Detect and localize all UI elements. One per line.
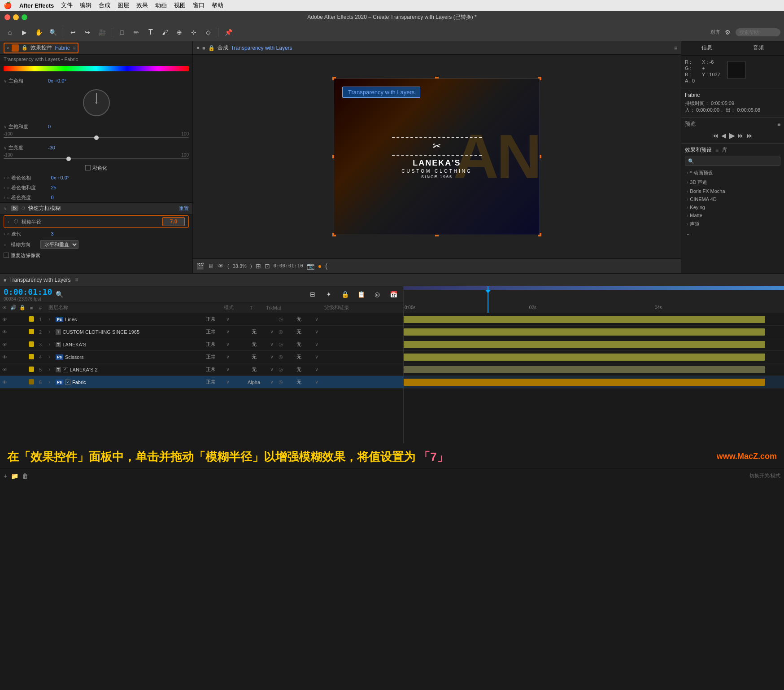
layer-3-parent[interactable]: 无 bbox=[285, 341, 312, 348]
layer-3-mode[interactable]: 正常 bbox=[197, 341, 224, 348]
layer-6-vis[interactable]: 👁 bbox=[0, 380, 9, 385]
layer-5-mode-arrow[interactable]: ∨ bbox=[224, 367, 231, 372]
bright-expand[interactable]: ∨ bbox=[4, 145, 7, 150]
layer-1-mode-arrow[interactable]: ∨ bbox=[224, 316, 231, 322]
layer-3-vis[interactable]: 👁 bbox=[0, 342, 9, 347]
layer-5-vis[interactable]: 👁 bbox=[0, 367, 9, 372]
layer-4-expand[interactable]: › bbox=[45, 354, 54, 359]
timeline-tool-4[interactable]: 📋 bbox=[355, 288, 367, 301]
layer-1-vis[interactable]: 👁 bbox=[0, 317, 9, 322]
layer-1-parent-arrow[interactable]: ∨ bbox=[312, 316, 321, 322]
bright-slider-thumb[interactable] bbox=[66, 157, 71, 161]
menu-compose[interactable]: 合成 bbox=[99, 1, 110, 9]
direction-select[interactable]: 水平和垂直 bbox=[40, 240, 78, 249]
blur-radius-expand[interactable]: › bbox=[8, 219, 9, 224]
panel-menu-icon[interactable]: ≡ bbox=[73, 45, 76, 51]
effects-item-channel[interactable]: › 声道 bbox=[681, 219, 784, 229]
layer-2-trkmat[interactable]: 无 bbox=[240, 328, 267, 335]
zoom-tool[interactable]: 🔍 bbox=[47, 26, 59, 39]
tint-sat-expand[interactable]: › bbox=[4, 185, 5, 190]
comp-more-btn[interactable]: ( bbox=[325, 262, 327, 270]
settings-button[interactable]: ⚙ bbox=[721, 26, 734, 39]
timeline-tool-1[interactable]: ⊟ bbox=[306, 288, 319, 301]
comp-menu-icon[interactable]: ≡ bbox=[674, 45, 677, 51]
layer-1-expand[interactable]: › bbox=[45, 317, 54, 322]
layer-4-mode[interactable]: 正常 bbox=[197, 354, 224, 360]
layer-2-vis[interactable]: 👁 bbox=[0, 329, 9, 335]
bright-slider-track[interactable] bbox=[4, 158, 189, 159]
effects-item-matte[interactable]: › Matte bbox=[681, 211, 784, 219]
fx-expand[interactable]: ∨ bbox=[4, 206, 7, 211]
layer-2-mode-arrow[interactable]: ∨ bbox=[224, 329, 231, 335]
menu-file[interactable]: 文件 bbox=[61, 1, 73, 9]
menu-view[interactable]: 视图 bbox=[174, 1, 186, 9]
preview-last-btn[interactable]: ⏭ bbox=[747, 132, 753, 139]
track-bar-2[interactable] bbox=[404, 328, 765, 336]
search-help-input[interactable] bbox=[736, 28, 780, 36]
close-button[interactable] bbox=[4, 14, 10, 20]
close-panel-button[interactable]: × bbox=[6, 45, 9, 51]
bright-value[interactable]: -30 bbox=[48, 145, 55, 150]
iter-value[interactable]: 3 bbox=[51, 231, 53, 236]
track-bar-6[interactable] bbox=[404, 379, 765, 386]
sat-slider-track[interactable] bbox=[4, 137, 189, 138]
preview-prev-btn[interactable]: ◀ bbox=[721, 132, 726, 139]
comp-display-btn[interactable]: 🖥 bbox=[208, 262, 214, 270]
hand-tool[interactable]: ✋ bbox=[32, 26, 45, 39]
layer-5-trkmat[interactable]: 无 bbox=[240, 366, 267, 373]
comp-render-btn[interactable]: 🎬 bbox=[196, 262, 204, 270]
layer-4-parent-arrow[interactable]: ∨ bbox=[312, 354, 321, 360]
menu-layer[interactable]: 图层 bbox=[118, 1, 129, 9]
hue-dial[interactable] bbox=[83, 89, 110, 116]
tab-info[interactable]: 信息 bbox=[681, 41, 733, 55]
tab-audio[interactable]: 音频 bbox=[733, 41, 784, 55]
timeline-menu-icon[interactable]: ≡ bbox=[75, 277, 78, 283]
shape-tool[interactable]: ◇ bbox=[202, 26, 214, 39]
search-effects-input[interactable] bbox=[685, 157, 780, 166]
layer-2-trkmat-arrow[interactable]: ∨ bbox=[267, 329, 276, 335]
comp-camera-btn[interactable]: 📷 bbox=[307, 262, 314, 270]
preview-first-btn[interactable]: ⏮ bbox=[712, 132, 719, 139]
maximize-button[interactable] bbox=[22, 14, 27, 20]
layer-6-expand[interactable]: › bbox=[45, 380, 54, 384]
bottom-add-btn[interactable]: + bbox=[4, 472, 7, 480]
menu-help[interactable]: 帮助 bbox=[212, 1, 223, 9]
effects-item-more[interactable]: ... bbox=[681, 229, 784, 237]
repeat-edge-checkbox[interactable] bbox=[4, 253, 9, 258]
minimize-button[interactable] bbox=[13, 14, 19, 20]
preview-play-btn[interactable]: ▶ bbox=[729, 131, 735, 140]
tint-sat-value[interactable]: 25 bbox=[51, 185, 56, 190]
menu-edit[interactable]: 编辑 bbox=[80, 1, 91, 9]
layer-2-parent[interactable]: 无 bbox=[285, 328, 312, 335]
comp-close[interactable]: × bbox=[196, 45, 200, 51]
comp-color-btn[interactable]: ● bbox=[318, 262, 322, 270]
layer-1-mode[interactable]: 正常 bbox=[197, 316, 224, 323]
comp-zoom-value[interactable]: 33.3% bbox=[233, 263, 247, 269]
tint-hue-value[interactable]: 0x +0.0° bbox=[51, 175, 69, 180]
comp-fit-btn[interactable]: ⊞ bbox=[256, 262, 261, 270]
iter-expand[interactable]: › bbox=[4, 231, 5, 236]
app-name[interactable]: After Effects bbox=[19, 2, 54, 9]
track-bar-3[interactable] bbox=[404, 341, 765, 348]
layer-5-parent-arrow[interactable]: ∨ bbox=[312, 367, 321, 372]
layer-2-parent-arrow[interactable]: ∨ bbox=[312, 329, 321, 335]
camera-tool[interactable]: 🎥 bbox=[96, 26, 108, 39]
menu-effects[interactable]: 效果 bbox=[136, 1, 148, 9]
layer-2-expand[interactable]: › bbox=[45, 329, 54, 334]
timecode-display[interactable]: 0:00:01:10 bbox=[4, 287, 52, 297]
comp-crop-btn[interactable]: ⊡ bbox=[265, 262, 270, 270]
preview-next-frame-btn[interactable]: ⏭ bbox=[738, 132, 744, 139]
timeline-tool-6[interactable]: 📅 bbox=[387, 288, 400, 301]
sat-expand[interactable]: ∨ bbox=[4, 124, 7, 129]
brush-tool[interactable]: 🖌 bbox=[159, 26, 171, 39]
timeline-tool-5[interactable]: ◎ bbox=[371, 288, 383, 301]
clone-tool[interactable]: ⊕ bbox=[173, 26, 186, 39]
text-tool[interactable]: T bbox=[144, 26, 157, 39]
sat-slider-thumb[interactable] bbox=[94, 135, 99, 140]
bottom-folder-btn[interactable]: 📁 bbox=[11, 472, 18, 480]
layer-2-mode[interactable]: 正常 bbox=[197, 328, 224, 335]
comp-lock-icon[interactable]: 🔒 bbox=[208, 45, 215, 51]
layer-5-mode[interactable]: 正常 bbox=[197, 366, 224, 373]
layer-6-trkmat[interactable]: Alpha bbox=[240, 380, 267, 385]
layer-3-trkmat[interactable]: 无 bbox=[240, 341, 267, 348]
